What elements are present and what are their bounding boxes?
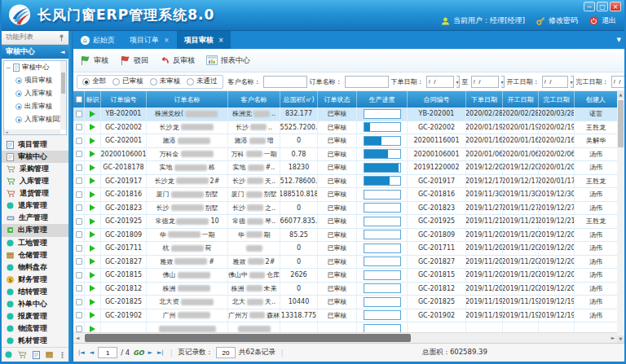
column-header[interactable]: 下单日期	[466, 91, 503, 107]
row-checkbox[interactable]	[76, 231, 82, 238]
date-dropdown-icon[interactable]: ▾	[501, 76, 505, 88]
scroll-right-icon[interactable]: ►	[609, 333, 617, 343]
审核-button[interactable]: 审核	[80, 55, 108, 66]
tab-项目审核[interactable]: 项目审核×	[177, 31, 231, 49]
table-row[interactable]: GC-201823长沙别墅长沙之..0已审核GC-2018232019/11/2…	[73, 202, 617, 216]
table-row[interactable]: 20200106001万科金万科一期0.78已审核202001060012020…	[73, 148, 617, 162]
驳回-button[interactable]: 驳回	[120, 55, 148, 66]
sidebar-item-出库管理[interactable]: 出库管理	[2, 224, 68, 236]
table-row[interactable]: GC-201816厦门别墅厦门别墅188510.818已审核GC-2018162…	[73, 188, 617, 202]
tree-root[interactable]: ─ 审核中心	[4, 61, 66, 74]
row-checkbox[interactable]	[76, 111, 82, 117]
start-date-input[interactable]	[542, 76, 568, 88]
row-checkbox[interactable]	[76, 285, 82, 292]
table-row[interactable]: GC-201815佛山佛山中仓库2626已审核GC-2018152019/11/…	[73, 269, 617, 283]
sidebar-section-header[interactable]: 审核中心 ◄	[2, 45, 68, 59]
sidebar-item-退货管理[interactable]: 退货管理	[2, 187, 68, 200]
change-password-button[interactable]: 修改密码	[536, 15, 578, 26]
sidebar-item-物流管理[interactable]: 物流管理	[2, 322, 68, 335]
tree-hscrollbar[interactable]: ◄	[4, 129, 60, 134]
sidebar-item-工地管理[interactable]: 工地管理	[2, 237, 68, 249]
报表中心-button[interactable]: 报表中心	[206, 55, 250, 66]
more-icon[interactable]: ⋮	[59, 351, 66, 359]
page-size-input[interactable]	[216, 347, 236, 358]
row-checkbox[interactable]	[76, 218, 82, 225]
sidebar-item-耗材管理[interactable]: 耗材管理	[2, 335, 68, 347]
horizontal-scrollbar[interactable]: ◄ ►	[73, 332, 617, 343]
scroll-left-icon[interactable]: ◄	[73, 333, 82, 343]
row-checkbox[interactable]	[76, 151, 82, 157]
table-row[interactable]: GC-201809华一期华期85.25已审核GC-2018092019/11/2…	[73, 229, 617, 243]
vscroll-thumb[interactable]	[618, 100, 624, 147]
pin-icon[interactable]	[59, 34, 64, 42]
table-row[interactable]: GC-2018178实地栋实地#..18230已审核20191220002201…	[73, 161, 617, 175]
sidebar-item-采购管理[interactable]: 采购管理	[2, 163, 68, 175]
column-header[interactable]: 标识	[85, 91, 101, 107]
table-row[interactable]: GC-201812株洲株洲未来0已审核GC-2018122019/11/2020…	[73, 283, 617, 296]
tree-collapse-icon[interactable]: ─	[7, 64, 11, 72]
tree-item[interactable]: 出库审核	[4, 100, 66, 113]
column-header[interactable]: 订单状态	[318, 91, 357, 107]
row-checkbox[interactable]	[76, 326, 82, 332]
table-row[interactable]: GC-201711杭荷0已审核GC-2017112019/11/202019/1…	[73, 242, 617, 256]
row-checkbox[interactable]	[76, 138, 82, 144]
hscroll-thumb[interactable]	[85, 334, 411, 342]
column-header[interactable]: 合同编号	[408, 91, 466, 107]
order-name-input[interactable]	[345, 76, 389, 88]
row-checkbox[interactable]	[76, 164, 82, 171]
row-checkbox[interactable]	[76, 312, 82, 318]
row-checkbox[interactable]	[76, 299, 82, 305]
tab-close-icon[interactable]: ×	[218, 37, 224, 44]
doc-blue-icon[interactable]	[33, 351, 40, 359]
tab-close-icon[interactable]: ×	[164, 37, 170, 44]
dot-icon[interactable]	[5, 351, 12, 358]
table-row[interactable]: GC-201825北大资北大天..10440已审核GC-2018252019/1…	[73, 296, 617, 309]
next-page-button[interactable]: ►	[148, 349, 153, 356]
row-checkbox[interactable]	[76, 272, 82, 278]
prev-page-button[interactable]: ◄	[89, 349, 95, 356]
column-header[interactable]: 创建人	[575, 91, 617, 107]
sidebar-item-生产管理[interactable]: 生产管理	[2, 212, 68, 224]
last-page-button[interactable]: ►|	[156, 349, 165, 356]
first-page-button[interactable]: |◄	[77, 349, 86, 356]
sidebar-item-结转管理[interactable]: 结转管理	[2, 286, 68, 298]
table-row[interactable]: GC-202001施港施港增0已审核202001160012020/01/162…	[73, 134, 617, 148]
scroll-up-icon[interactable]: ▲	[617, 91, 624, 99]
order-date-from-input[interactable]	[426, 76, 454, 88]
scroll-down-icon[interactable]: ▼	[617, 335, 624, 343]
table-row[interactable]: GC-201902广州广州万森林13318.775已审核GC-201902201…	[73, 309, 617, 323]
table-row[interactable]: GC-201827雅致#雅致2#0已审核GC-2018272019/11/202…	[73, 256, 617, 270]
radio-未审核[interactable]: 未审核	[150, 77, 181, 86]
row-checkbox[interactable]	[76, 258, 82, 265]
customer-name-input[interactable]	[263, 76, 307, 88]
sidebar-item-补单中心[interactable]: 补单中心	[2, 298, 68, 310]
cart-icon[interactable]	[18, 351, 27, 358]
vertical-scrollbar[interactable]: ▲ ▼	[617, 91, 624, 343]
table-row[interactable]: YB-202001株洲党校(株洲党..832.177已审核YB-20200120…	[73, 107, 617, 121]
go-button[interactable]: GO	[133, 349, 143, 357]
反审核-button[interactable]: 反审核	[160, 55, 195, 66]
tree-item[interactable]: 入库审核	[4, 87, 66, 100]
close-button[interactable]: ×	[610, 2, 621, 11]
column-header[interactable]: 生产进度	[357, 91, 408, 107]
radio-全部[interactable]: 全部	[82, 77, 106, 86]
sidebar-item-入库管理[interactable]: 入库管理	[2, 175, 68, 187]
tree-item[interactable]: 项目审核	[4, 74, 66, 87]
page-number-input[interactable]	[98, 347, 117, 358]
tab-起始页[interactable]: ⌂起始页	[73, 31, 122, 49]
sidebar-item-审核中心[interactable]: 审核中心	[2, 151, 68, 163]
row-checkbox[interactable]	[76, 191, 82, 198]
sidebar-item-物料盘存[interactable]: 物料盘存	[2, 261, 68, 274]
table-row[interactable]: GC-202002长沙龙长沙..65525.7200...已审核GC-20200…	[73, 121, 617, 135]
sidebar-item-退库管理[interactable]: 退库管理	[2, 200, 68, 212]
maximize-button[interactable]: □	[597, 2, 608, 11]
sidebar-item-仓储管理[interactable]: 仓储管理	[2, 249, 68, 261]
date-dropdown-icon[interactable]: ▾	[456, 76, 460, 88]
table-row[interactable]: GC-201925常德龙10常德琴..266077.835...已审核GC-20…	[73, 215, 617, 229]
row-checkbox[interactable]	[76, 178, 82, 184]
sidebar-item-财务管理[interactable]: $财务管理	[2, 274, 68, 286]
tab-list-dropdown-icon[interactable]: ▼	[617, 37, 621, 43]
select-all-checkbox[interactable]	[76, 96, 82, 103]
column-header[interactable]: 订单编号	[101, 91, 147, 107]
column-header[interactable]	[73, 91, 85, 107]
